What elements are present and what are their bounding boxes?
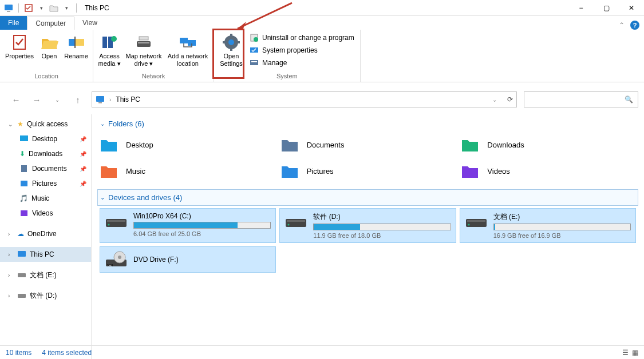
section-folders[interactable]: ⌄ Folders (6): [97, 115, 638, 132]
open-settings-button[interactable]: Open Settings: [216, 32, 246, 67]
tree-music[interactable]: 🎵 Music: [0, 191, 91, 206]
svg-rect-42: [462, 168, 478, 178]
svg-rect-30: [20, 135, 28, 141]
svg-rect-31: [21, 165, 27, 172]
add-network-location-button[interactable]: Add a network location: [164, 32, 211, 67]
chevron-right-icon: ›: [8, 293, 14, 299]
drive-usage-bar: [133, 222, 271, 229]
up-button[interactable]: ↑: [71, 95, 85, 105]
drive-item[interactable]: Win10Pro X64 (C:)6.04 GB free of 25.0 GB: [100, 208, 276, 243]
tab-view[interactable]: View: [74, 16, 105, 30]
drive-item[interactable]: 文档 (E:)16.9 GB free of 16.9 GB: [460, 208, 636, 243]
tree-quick-access[interactable]: ⌄ ★ Quick access: [0, 117, 91, 131]
tree-onedrive[interactable]: › ☁ OneDrive: [0, 226, 91, 241]
folder-item[interactable]: Desktop: [100, 135, 275, 154]
breadcrumb-thispc[interactable]: This PC: [116, 95, 140, 103]
help-icon[interactable]: ?: [630, 21, 639, 30]
refresh-button[interactable]: ⟳: [507, 95, 513, 103]
folder-icon: [280, 135, 299, 154]
svg-rect-18: [230, 47, 232, 51]
ribbon-collapse-icon[interactable]: ⌃: [619, 21, 625, 29]
chevron-down-icon: ⌄: [100, 194, 105, 201]
svg-rect-33: [21, 210, 27, 216]
tab-computer[interactable]: Computer: [27, 17, 74, 30]
svg-rect-12: [139, 37, 148, 40]
svg-rect-20: [236, 41, 240, 43]
svg-point-51: [468, 224, 469, 226]
svg-point-54: [118, 256, 121, 259]
tree-desktop[interactable]: Desktop📌: [0, 131, 91, 146]
manage-link[interactable]: Manage: [250, 58, 354, 67]
tree-documents[interactable]: Documents📌: [0, 161, 91, 176]
chevron-right-icon: ›: [8, 272, 14, 278]
properties-button[interactable]: Properties: [2, 32, 37, 67]
pin-icon: 📌: [80, 151, 86, 157]
qat-folder-icon[interactable]: [49, 3, 59, 13]
drive-icon: [285, 212, 307, 230]
qat-dropdown2-icon[interactable]: ▾: [61, 3, 72, 13]
close-button[interactable]: ✕: [619, 0, 644, 16]
tree-this-pc[interactable]: › This PC: [0, 247, 91, 262]
folder-icon: [100, 135, 118, 154]
ribbon-group-network: Access media ▾ Map network drive ▾ Add a…: [93, 30, 214, 82]
access-media-button[interactable]: Access media ▾: [96, 32, 123, 67]
large-icons-view-icon[interactable]: ▦: [632, 349, 638, 357]
search-input[interactable]: 🔍: [524, 91, 638, 107]
content-pane: ⌄ Folders (6) DesktopDocumentsDownloadsM…: [92, 112, 644, 359]
maximize-button[interactable]: ▢: [594, 0, 619, 16]
star-icon: ★: [17, 120, 23, 128]
minimize-button[interactable]: −: [568, 0, 594, 16]
folder-item[interactable]: Downloads: [461, 135, 636, 154]
folder-item[interactable]: Pictures: [280, 162, 456, 180]
nav-row: ← → ⌄ ↑ › This PC ⌄ ⟳ 🔍: [0, 89, 644, 110]
titlebar: ▾ ▾ This PC − ▢ ✕: [0, 0, 644, 16]
chevron-right-icon: ›: [8, 231, 14, 237]
tree-drive-e[interactable]: › 文档 (E:): [0, 268, 91, 282]
system-properties-link[interactable]: System properties: [250, 46, 354, 55]
folder-icon: [461, 135, 479, 154]
drive-item[interactable]: 软件 (D:)11.9 GB free of 18.0 GB: [279, 208, 456, 243]
details-view-icon[interactable]: ☰: [622, 349, 629, 357]
map-drive-button[interactable]: Map network drive ▾: [123, 32, 164, 67]
svg-rect-38: [282, 142, 298, 151]
svg-rect-28: [96, 96, 104, 102]
svg-rect-10: [137, 41, 151, 47]
downloads-icon: ⬇: [19, 150, 25, 158]
section-drives[interactable]: ⌄ Devices and drives (4): [97, 189, 638, 206]
tree-videos[interactable]: Videos: [0, 206, 91, 221]
tree-drive-d[interactable]: › 软件 (D:): [0, 288, 91, 303]
svg-rect-1: [7, 11, 10, 12]
thispc-crumb-icon: [96, 95, 105, 104]
back-button[interactable]: ←: [9, 95, 23, 105]
svg-rect-35: [18, 273, 26, 277]
qat-dropdown-icon[interactable]: ▾: [36, 3, 46, 13]
pin-icon: 📌: [80, 136, 86, 142]
tab-file[interactable]: File: [0, 16, 27, 30]
drive-item[interactable]: DVDDVD Drive (F:): [100, 246, 276, 273]
folder-item[interactable]: Documents: [280, 135, 456, 154]
tree-downloads[interactable]: ⬇ Downloads📌: [0, 146, 91, 161]
svg-point-16: [228, 39, 234, 45]
folder-item[interactable]: Videos: [461, 162, 636, 180]
drive-usage-bar: [313, 224, 451, 230]
folder-icon: [280, 162, 299, 180]
pin-icon: 📌: [80, 181, 86, 187]
svg-rect-32: [21, 181, 27, 186]
svg-rect-0: [5, 5, 13, 10]
svg-point-22: [254, 37, 258, 42]
address-dropdown-icon[interactable]: ⌄: [492, 97, 497, 103]
rename-button[interactable]: Rename: [62, 32, 90, 67]
ribbon-group-system: Open Settings Uninstall or change a prog…: [214, 30, 361, 82]
address-bar[interactable]: › This PC ⌄ ⟳: [92, 91, 517, 107]
chevron-right-icon: ›: [8, 252, 14, 258]
tree-pictures[interactable]: Pictures📌: [0, 176, 91, 191]
svg-rect-17: [230, 34, 232, 37]
drive-usage-bar: [493, 224, 631, 230]
open-button[interactable]: Open: [37, 32, 62, 67]
status-selected-count: 4 items selected: [42, 349, 92, 357]
uninstall-link[interactable]: Uninstall or change a program: [250, 33, 354, 42]
forward-button[interactable]: →: [30, 95, 44, 105]
qat-properties-icon[interactable]: [23, 3, 34, 13]
folder-item[interactable]: Music: [100, 162, 275, 180]
recent-dropdown[interactable]: ⌄: [50, 97, 64, 103]
